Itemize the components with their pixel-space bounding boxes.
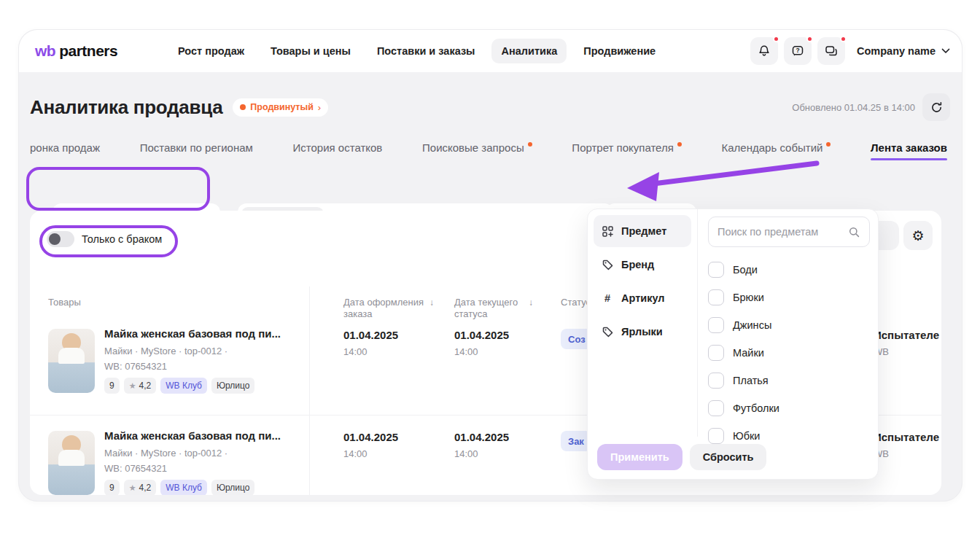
category-article[interactable]: # Артикул	[594, 282, 691, 314]
chat-bubbles-icon	[825, 44, 838, 58]
product-info: Майка женская базовая под пи... Майки · …	[104, 327, 301, 394]
checkbox-unchecked	[708, 317, 724, 333]
product-meta: Майки · MyStore · top-0012 ·	[104, 346, 301, 356]
pickup-cell: Испытателе WB	[874, 431, 941, 459]
category-brand[interactable]: Бренд	[594, 249, 691, 281]
product-wb-code: WB: 07654321	[104, 463, 301, 474]
nav-item-supplies-orders[interactable]: Поставки и заказы	[368, 39, 485, 63]
top-navigation-bar: wb partners Рост продаж Товары и цены По…	[19, 30, 962, 72]
svg-text:?: ?	[796, 47, 799, 54]
tag-icon	[601, 326, 614, 338]
entity-badge: Юрлицо	[211, 378, 255, 394]
order-date-cell: 01.04.2025 14:00	[343, 329, 398, 357]
subject-search-input[interactable]	[718, 226, 842, 238]
tab-supplies-by-region[interactable]: Поставки по регионам	[140, 141, 253, 154]
filters-popover: Предмет Бренд # Артикул	[587, 208, 879, 480]
orange-dot-icon	[677, 142, 682, 147]
size-count-badge: 9	[104, 378, 120, 394]
main-nav: Рост продаж Товары и цены Поставки и зак…	[168, 30, 665, 72]
product-title[interactable]: Майка женская базовая под пи...	[104, 429, 301, 442]
account-menu[interactable]: Company name	[857, 45, 950, 57]
refresh-button[interactable]	[922, 93, 950, 121]
gear-icon: ⚙	[911, 227, 924, 244]
rating-value: 4,2	[139, 483, 152, 493]
size-count-badge: 9	[104, 480, 120, 495]
checkbox-unchecked	[708, 345, 724, 361]
toggle-label: Только с браком	[82, 233, 162, 245]
sort-desc-icon: ↓	[529, 297, 533, 320]
category-subject[interactable]: Предмет	[594, 215, 691, 247]
nav-item-analytics[interactable]: Аналитика	[491, 39, 567, 63]
page-title: Аналитика продавца	[30, 96, 222, 119]
nav-item-sales-growth[interactable]: Рост продаж	[168, 39, 254, 63]
help-button[interactable]: ?	[784, 37, 812, 65]
popover-actions: Применить Сбросить	[597, 444, 766, 470]
orange-dot-icon	[826, 142, 831, 147]
wb-partners-logo[interactable]: wb partners	[35, 30, 117, 72]
tab-search-queries[interactable]: Поисковые запросы	[422, 141, 532, 154]
logo-wb: wb	[35, 42, 55, 60]
checkbox-jeans[interactable]: Джинсы	[708, 311, 870, 339]
messages-button[interactable]	[817, 37, 845, 65]
nav-item-promotion[interactable]: Продвижение	[574, 39, 665, 63]
checkbox-pants[interactable]: Брюки	[708, 284, 870, 311]
toggle-switch-off[interactable]	[47, 231, 74, 247]
defects-only-toggle[interactable]: Только с браком	[47, 231, 162, 247]
notification-dot	[773, 36, 779, 42]
refresh-icon	[930, 101, 943, 114]
wb-club-badge: WB Клуб	[160, 378, 207, 394]
orange-dot-icon	[240, 104, 246, 110]
checkbox-bodysuits[interactable]: Боди	[708, 256, 870, 284]
reset-button[interactable]: Сбросить	[690, 444, 767, 470]
subject-search[interactable]	[708, 217, 870, 247]
tab-customer-portrait[interactable]: Портрет покупателя	[572, 141, 681, 154]
table-settings-button[interactable]: ⚙	[903, 221, 933, 250]
bell-icon	[758, 44, 771, 58]
tag-icon	[601, 259, 614, 271]
product-photo	[48, 431, 95, 495]
product-badges: 9 ★ 4,2 WB Клуб Юрлицо	[104, 480, 301, 495]
sort-desc-icon: ↓	[429, 297, 434, 320]
plan-badge[interactable]: Продвинутый ›	[233, 98, 328, 117]
star-icon: ★	[129, 483, 136, 493]
checkbox-unchecked	[708, 262, 724, 278]
product-title[interactable]: Майка женская базовая под пи...	[104, 327, 301, 340]
tab-sales-funnel[interactable]: ронка продаж	[30, 141, 100, 154]
components-icon	[601, 225, 614, 238]
product-photo	[48, 329, 95, 393]
subject-checkbox-list: Боди Брюки Джинсы Майки Платья Футболки …	[708, 256, 870, 450]
plan-label: Продвинутый	[250, 102, 314, 112]
checkbox-dresses[interactable]: Платья	[708, 367, 870, 394]
rating-value: 4,2	[139, 381, 152, 391]
analytics-tabs: ронка продаж Поставки по регионам Истори…	[30, 135, 947, 160]
product-info: Майка женская базовая под пи... Майки · …	[104, 429, 301, 495]
order-date-cell: 01.04.2025 14:00	[343, 431, 398, 459]
orange-dot-icon	[528, 142, 532, 147]
tab-stock-history[interactable]: История остатков	[293, 141, 383, 154]
column-header-status-date[interactable]: Дата текущего статуса↓	[454, 297, 549, 320]
nav-item-goods-prices[interactable]: Товары и цены	[261, 39, 360, 63]
category-labels[interactable]: Ярлыки	[594, 316, 691, 348]
tab-events-calendar[interactable]: Календарь событий	[722, 141, 831, 154]
checkbox-tshirts[interactable]: Футболки	[708, 394, 870, 422]
filter-categories: Предмет Бренд # Артикул	[588, 209, 697, 354]
wb-club-badge: WB Клуб	[160, 480, 207, 495]
chevron-right-icon: ›	[318, 102, 321, 113]
checkbox-unchecked	[708, 373, 724, 389]
product-badges: 9 ★ 4,2 WB Клуб Юрлицо	[104, 378, 301, 394]
checkbox-tanktops[interactable]: Майки	[708, 339, 870, 367]
logo-partners: partners	[59, 42, 117, 60]
apply-button[interactable]: Применить	[597, 444, 682, 470]
topbar-right: ? Company name	[750, 30, 950, 72]
status-date-cell: 01.04.2025 14:00	[454, 431, 509, 459]
column-header-order-date[interactable]: Дата оформления заказа↓	[343, 297, 446, 320]
checkbox-unchecked	[708, 428, 724, 444]
toggle-knob	[49, 233, 61, 245]
column-header-products: Товары	[48, 297, 81, 308]
chevron-down-icon	[941, 48, 950, 54]
column-header-status: Статус	[561, 297, 591, 308]
tab-orders-feed[interactable]: Лента заказов	[871, 141, 947, 154]
page-header: Аналитика продавца Продвинутый › Обновле…	[30, 88, 950, 126]
star-icon: ★	[129, 381, 136, 391]
notifications-button[interactable]	[750, 37, 778, 65]
